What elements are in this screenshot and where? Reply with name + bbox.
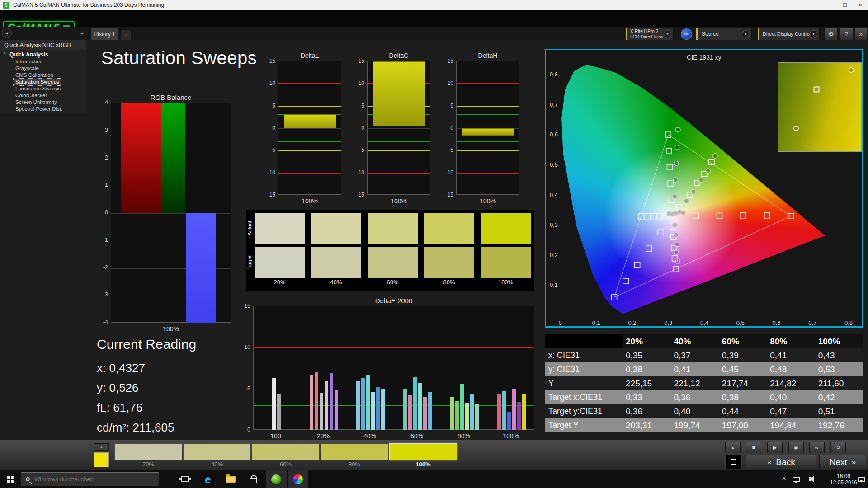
saturation-level-button-60%[interactable]: 60% [252, 443, 320, 469]
target-swatch-40% [311, 247, 361, 278]
table-cell: 0,39 [719, 348, 767, 362]
sidebar-item-quick-analysis[interactable]: Quick Analysis [9, 51, 86, 58]
start-button[interactable] [0, 470, 21, 488]
refresh-icon[interactable]: ↻ [830, 442, 846, 453]
display-control-dropdown[interactable]: Direct Display Control ▾ [758, 28, 820, 40]
collapse-panel-icon[interactable]: » [855, 28, 867, 40]
reference-line [254, 405, 534, 406]
taskbar: e ^ 16:06 12.05.2016 [0, 470, 868, 488]
taskbar-search[interactable] [21, 472, 159, 486]
task-view-button[interactable] [175, 470, 194, 488]
swatch-col-label: 100% [481, 279, 531, 286]
y-tick-label: 0 [443, 125, 453, 131]
maximize-button[interactable]: □ [837, 0, 853, 10]
saturation-level-button-40%[interactable]: 40% [183, 443, 251, 469]
y-tick-label: 15 [264, 58, 275, 64]
delta-e-bar [371, 392, 375, 430]
deltaL-plot [278, 61, 341, 195]
tree-expander-icon[interactable]: ▾ [4, 51, 6, 56]
running-app-color-button[interactable] [288, 470, 308, 488]
rgb-balance-plot [111, 103, 231, 323]
delta-e-bar [423, 397, 427, 430]
eject-icon[interactable]: ▴ [94, 443, 109, 451]
display-control-label: Direct Display Control [763, 31, 811, 37]
add-tab-button[interactable]: + [120, 30, 132, 40]
sidebar-collapse-icon[interactable]: ◂ [78, 29, 86, 37]
next-button[interactable]: Next » [819, 455, 866, 469]
sidebar-item-saturation-sweeps[interactable]: Saturation Sweeps [14, 79, 61, 85]
reference-line [254, 389, 534, 389]
sidebar-item-luminance-sweeps[interactable]: Luminance Sweeps [14, 85, 62, 92]
eject-icon[interactable]: ▴ [725, 442, 741, 453]
reference-line [457, 83, 519, 84]
table-cell: 214,82 [767, 376, 815, 390]
table-col-header: 20% [623, 334, 671, 348]
meter-dropdown[interactable]: X-Rite i1Pro 2 LCD Direct View ▾ [626, 28, 674, 40]
saturation-level-button-80%[interactable]: 80% [321, 443, 388, 469]
rgb-x-label: 100% [111, 325, 231, 333]
loop-icon[interactable]: ∞ [809, 442, 825, 453]
network-tray-button[interactable] [790, 470, 802, 488]
volume-tray-button[interactable] [804, 470, 816, 488]
y-tick-label: -2 [97, 264, 108, 271]
y-tick-label: 0 [354, 125, 364, 131]
sidebar-item-grayscale[interactable]: Grayscale [14, 65, 41, 72]
search-input[interactable] [34, 476, 147, 483]
app-icon: 5 [3, 2, 9, 9]
source-label: Source [702, 31, 719, 37]
y-tick-label: 0 [264, 125, 275, 131]
tab-history-1[interactable]: History 1 [90, 28, 118, 40]
y-tick-label: 0 [240, 427, 250, 433]
shopping-bag-icon [250, 478, 257, 483]
file-explorer-button[interactable] [221, 470, 241, 488]
gear-icon[interactable]: ⚙ [824, 28, 838, 40]
minimize-button[interactable]: – [822, 0, 837, 10]
play-icon[interactable]: ▶ [767, 442, 783, 453]
gridline [368, 128, 430, 129]
cie-x-tick: 0,1 [590, 319, 603, 326]
stop-measurement-button[interactable] [725, 455, 742, 469]
tray-expand-button[interactable]: ^ [778, 470, 789, 488]
cie-x-tick: 0,4 [698, 319, 711, 326]
chevron-down-icon[interactable]: ▾ [742, 30, 750, 38]
current-reading-value: fL: 61,76 [97, 398, 175, 418]
back-button[interactable]: « Back [746, 455, 816, 469]
nav-back-button[interactable]: ◂ [2, 28, 12, 38]
table-cell: 0,40 [671, 404, 719, 418]
y-tick-label: -5 [354, 147, 364, 153]
help-icon[interactable]: ? [840, 28, 853, 40]
y-tick-label: -10 [443, 169, 453, 176]
sidebar-item-spectral-power-dist-[interactable]: Spectral Power Dist. [14, 106, 64, 113]
action-center-button[interactable] [856, 470, 867, 488]
chevron-down-icon[interactable]: ▾ [664, 30, 671, 38]
bar-blue [186, 213, 216, 323]
sidebar-item-cms-calibration[interactable]: CMS Calibration [14, 72, 55, 79]
y-tick-label: 5 [264, 103, 275, 109]
sidebar-item-introduction[interactable]: Introduction [14, 58, 44, 65]
chevron-down-icon[interactable]: ▾ [810, 30, 817, 38]
table-cell: 0,38 [719, 390, 767, 404]
sidebar-item-colorchecker[interactable]: ColorChecker [14, 92, 49, 99]
delta-e-bar [366, 375, 370, 430]
swatch-col-label: 60% [368, 279, 418, 286]
table-cell: 0,42 [816, 390, 863, 404]
y-tick-label: -5 [264, 147, 275, 153]
edge-browser-button[interactable]: e [198, 470, 218, 488]
sidebar-item-screen-uniformity[interactable]: Screen Uniformity [14, 99, 58, 106]
deltaC-plot [367, 61, 430, 195]
saturation-level-button-100%[interactable]: 100% [389, 443, 457, 469]
source-dropdown[interactable]: Source ▾ [696, 28, 752, 40]
running-app-calman-button[interactable] [266, 470, 287, 488]
green-orb-icon [271, 474, 281, 484]
saturation-level-button-20%[interactable]: 20% [114, 443, 182, 469]
close-button[interactable]: × [853, 0, 868, 10]
level-swatch [252, 443, 320, 460]
inset-circle-marker [793, 126, 799, 131]
snapshot-icon[interactable]: ◉ [788, 442, 804, 453]
table-col-header: 80% [767, 334, 815, 348]
y-tick-label: -10 [264, 169, 275, 176]
store-button[interactable] [243, 470, 263, 488]
app-header: CalMAN 5 ▾ [0, 10, 868, 27]
stop-icon[interactable]: ■ [746, 442, 761, 453]
network-icon [793, 477, 800, 482]
